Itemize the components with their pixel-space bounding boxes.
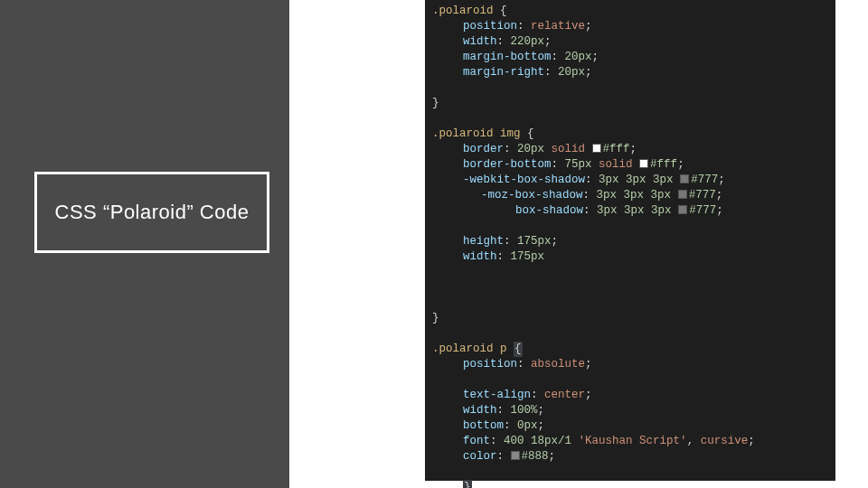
css-prop: color <box>463 450 497 463</box>
title-box: CSS “Polaroid” Code <box>34 172 269 253</box>
css-prop: height <box>463 235 504 248</box>
code-editor: .polaroid { position: relative; width: 2… <box>425 0 835 481</box>
cursor-icon: { <box>514 342 523 357</box>
css-value: relative <box>531 20 585 33</box>
slide: CSS “Polaroid” Code .polaroid { position… <box>0 0 868 488</box>
css-prop: box-shadow <box>515 204 583 217</box>
sidebar: CSS “Polaroid” Code <box>0 0 289 488</box>
css-prop: margin-bottom <box>463 51 552 63</box>
css-value: 20px <box>565 51 592 63</box>
css-prop: -moz-box-shadow <box>481 189 583 202</box>
css-prop: width <box>463 404 497 417</box>
color-swatch-icon <box>511 451 520 460</box>
css-prop: text-align <box>463 389 531 401</box>
color-swatch-icon <box>680 174 689 183</box>
css-prop: width <box>463 250 497 263</box>
color-swatch-icon <box>592 144 601 153</box>
selector: .polaroid img <box>432 127 521 140</box>
css-value: 20px <box>558 66 585 79</box>
css-prop: -webkit-box-shadow <box>463 174 585 186</box>
css-value: 220px <box>511 35 545 48</box>
css-prop: border <box>463 143 504 155</box>
slide-title: CSS “Polaroid” Code <box>55 201 250 224</box>
selector: .polaroid <box>432 5 494 17</box>
color-swatch-icon <box>678 205 687 214</box>
css-prop: position <box>463 358 517 371</box>
color-swatch-icon <box>678 190 687 199</box>
close-brace-icon: } <box>463 480 472 488</box>
color-swatch-icon <box>639 159 648 168</box>
css-prop: width <box>463 35 497 48</box>
css-prop: margin-right <box>463 66 544 79</box>
css-prop: border-bottom <box>463 158 552 171</box>
css-prop: bottom <box>463 419 504 432</box>
selector: .polaroid p <box>432 343 507 355</box>
css-prop: font <box>463 435 490 447</box>
css-prop: position <box>463 20 517 33</box>
